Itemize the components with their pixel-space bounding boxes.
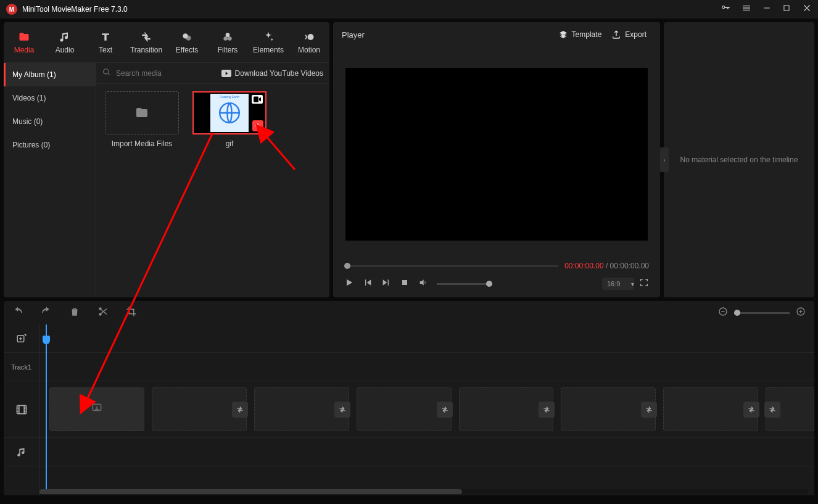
properties-panel: › No material selected on the timeline	[664, 22, 814, 297]
media-thumbnail[interactable]: Rotating Earth +	[192, 91, 266, 134]
template-label: Template	[572, 30, 602, 39]
download-youtube-label: Download YouTube Videos	[235, 69, 323, 78]
transition-slot-icon[interactable]	[232, 402, 248, 418]
timeline-fit-button[interactable]	[702, 307, 712, 319]
fullscreen-button[interactable]	[639, 278, 649, 290]
zoom-in-button[interactable]	[796, 307, 806, 319]
collapse-panel-button[interactable]: ›	[660, 147, 669, 172]
media-panel: Media Audio Text Transition Effects Filt…	[4, 22, 329, 297]
globe-icon	[218, 101, 241, 125]
sparkle-icon	[262, 31, 275, 43]
maximize-icon[interactable]	[782, 4, 791, 15]
add-to-timeline-button[interactable]: +	[252, 120, 263, 131]
clip-slot[interactable]	[254, 387, 349, 431]
tab-label: Elements	[253, 46, 284, 54]
folder-icon	[18, 31, 30, 43]
audio-track-row[interactable]	[39, 438, 814, 466]
add-track-button[interactable]	[4, 324, 39, 353]
timecode: 00:00:00.00 / 00:00:00.00	[564, 262, 649, 270]
menu-icon[interactable]	[742, 3, 751, 15]
key-icon[interactable]	[721, 3, 730, 15]
undo-button[interactable]	[12, 306, 23, 320]
tab-label: Effects	[176, 46, 198, 54]
tab-text[interactable]: Text	[85, 22, 126, 62]
sidebar-item-music[interactable]: Music (0)	[4, 110, 96, 133]
player-title: Player	[342, 30, 553, 39]
tab-media[interactable]: Media	[4, 22, 44, 62]
tab-label: Transition	[130, 46, 162, 54]
import-media-item[interactable]: Import Media Files	[104, 91, 180, 148]
tab-elements[interactable]: Elements	[248, 22, 289, 62]
redo-button[interactable]	[41, 306, 52, 320]
scrub-bar[interactable]	[344, 265, 558, 267]
clip-slot[interactable]	[561, 387, 656, 431]
zoom-out-button[interactable]	[718, 307, 728, 319]
audio-track-icon	[4, 438, 39, 466]
delete-button[interactable]	[69, 306, 80, 320]
svg-point-7	[308, 34, 314, 40]
clip-slot[interactable]	[663, 387, 758, 431]
youtube-icon	[221, 70, 231, 77]
media-grid: Import Media Files Rotating Earth +	[96, 84, 329, 297]
tab-label: Filters	[218, 46, 238, 54]
filters-icon	[221, 31, 234, 43]
tab-audio[interactable]: Audio	[44, 22, 85, 62]
aspect-ratio-select[interactable]: 16:9	[602, 278, 634, 290]
download-youtube-link[interactable]: Download YouTube Videos	[221, 69, 323, 78]
search-input[interactable]	[116, 69, 217, 78]
playhead[interactable]	[46, 324, 47, 489]
export-button[interactable]: Export	[606, 27, 651, 42]
media-item-gif[interactable]: Rotating Earth + gif	[191, 91, 268, 148]
transition-slot-icon[interactable]	[437, 402, 453, 418]
sidebar-item-myalbum[interactable]: My Album (1)	[4, 63, 96, 86]
transition-slot-icon[interactable]	[334, 402, 350, 418]
clip-slot[interactable]	[152, 387, 247, 431]
tab-effects[interactable]: Effects	[167, 22, 207, 62]
track-label: Track1	[4, 353, 39, 381]
template-button[interactable]: Template	[553, 27, 607, 42]
transition-slot-icon[interactable]	[743, 402, 759, 418]
transition-slot-icon[interactable]	[641, 402, 657, 418]
timeline: Track1	[4, 324, 814, 495]
transition-slot-icon[interactable]	[539, 402, 555, 418]
stop-button[interactable]	[400, 278, 410, 290]
close-icon[interactable]	[802, 3, 812, 15]
volume-button[interactable]	[418, 278, 428, 290]
track-row-1[interactable]	[39, 353, 814, 381]
clip-slot[interactable]	[49, 387, 144, 431]
volume-slider[interactable]	[437, 283, 492, 285]
timeline-ruler[interactable]	[39, 324, 814, 353]
app-logo: M	[6, 4, 17, 15]
transition-slot-icon[interactable]	[764, 402, 780, 418]
split-button[interactable]	[97, 306, 109, 320]
app-title: MiniTool MovieMaker Free 7.3.0	[22, 5, 721, 14]
import-box[interactable]	[105, 91, 179, 134]
media-item-label: gif	[226, 139, 234, 148]
transition-icon	[140, 31, 152, 43]
clip-slot[interactable]	[766, 387, 814, 431]
timeline-scrollbar[interactable]	[39, 489, 808, 494]
clip-slot[interactable]	[459, 387, 554, 431]
next-frame-button[interactable]	[381, 278, 391, 290]
svg-rect-20	[17, 405, 26, 413]
crop-button[interactable]	[126, 306, 137, 320]
tab-transition[interactable]: Transition	[126, 22, 167, 62]
play-button[interactable]	[344, 278, 354, 290]
motion-icon	[303, 31, 315, 43]
sidebar-item-videos[interactable]: Videos (1)	[4, 86, 96, 110]
thumb-caption: Rotating Earth	[210, 95, 249, 99]
clip-slot[interactable]	[357, 387, 452, 431]
video-track-row[interactable]	[39, 381, 814, 438]
tab-motion[interactable]: Motion	[289, 22, 329, 62]
minimize-icon[interactable]	[762, 4, 771, 15]
svg-rect-0	[764, 7, 769, 8]
video-badge-icon	[252, 95, 263, 104]
no-selection-message: No material selected on the timeline	[674, 155, 804, 164]
tab-filters[interactable]: Filters	[207, 22, 248, 62]
zoom-slider[interactable]	[734, 312, 790, 314]
svg-point-6	[228, 36, 232, 41]
sidebar-item-pictures[interactable]: Pictures (0)	[4, 133, 96, 157]
svg-rect-11	[402, 280, 407, 285]
tab-label: Text	[99, 46, 112, 54]
prev-frame-button[interactable]	[363, 278, 373, 290]
